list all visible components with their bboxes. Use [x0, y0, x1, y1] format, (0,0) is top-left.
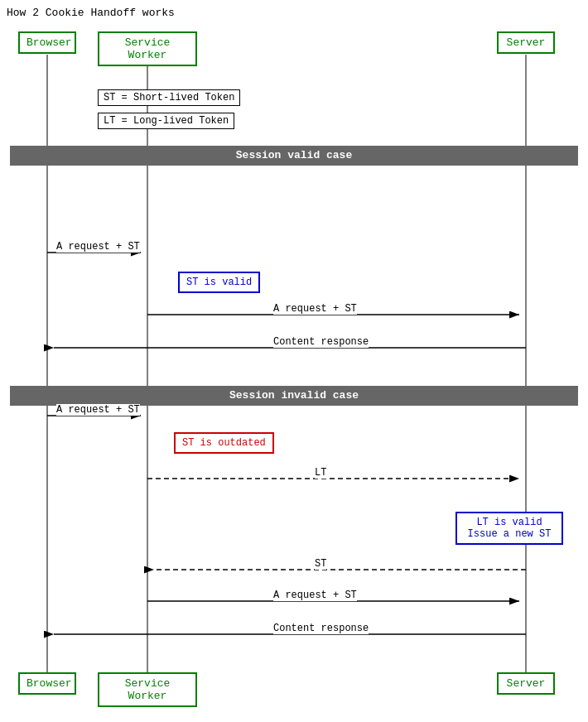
label-content2: Content response — [273, 623, 369, 634]
def-lt: LT = Long-lived Token — [98, 113, 234, 129]
note-lt-valid: LT is validIssue a new ST — [455, 512, 563, 545]
label-req2: A request + ST — [273, 303, 357, 315]
diagram-title: How 2 Cookie Handoff works — [7, 7, 175, 19]
def-st: ST = Short-lived Token — [98, 89, 240, 106]
actor-browser-top: Browser — [18, 31, 76, 54]
actor-server-top: Server — [497, 31, 555, 54]
diagram: How 2 Cookie Handoff works — [0, 0, 588, 722]
section-valid: Session valid case — [10, 146, 578, 166]
actor-server-bottom: Server — [497, 672, 555, 695]
section-invalid: Session invalid case — [10, 386, 578, 406]
label-req4: A request + ST — [273, 590, 357, 601]
arrows-svg — [0, 0, 588, 722]
actor-service-worker-top: Service Worker — [98, 31, 197, 66]
note-st-valid: ST is valid — [178, 272, 260, 293]
label-lt: LT — [315, 467, 326, 479]
label-st: ST — [315, 558, 326, 570]
label-req1: A request + ST — [56, 241, 140, 253]
note-st-outdated: ST is outdated — [174, 432, 274, 454]
label-req3: A request + ST — [56, 404, 140, 416]
label-content1: Content response — [273, 336, 369, 348]
actor-service-worker-bottom: Service Worker — [98, 672, 197, 707]
actor-browser-bottom: Browser — [18, 672, 76, 695]
